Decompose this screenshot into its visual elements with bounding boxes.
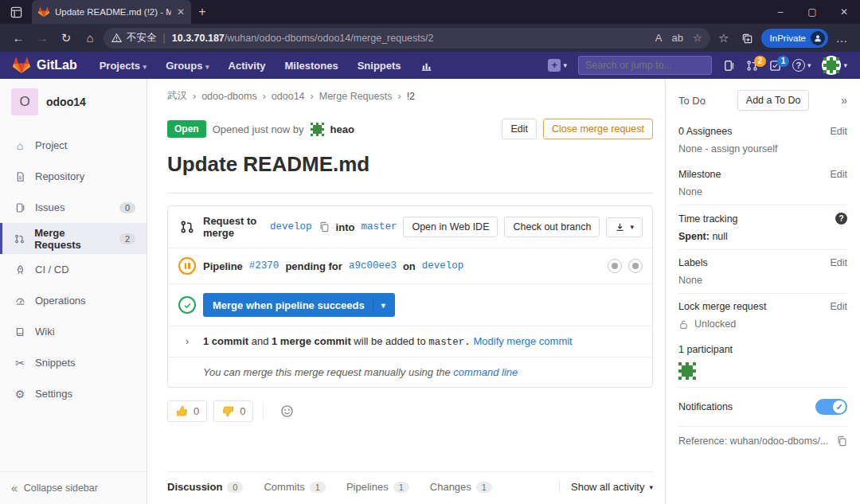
collections-icon[interactable] bbox=[737, 31, 758, 45]
expand-chevron-icon[interactable]: › bbox=[178, 336, 197, 347]
url-bar[interactable]: 不安全 | 10.3.70.187/wuhan/odoo-dboms/odoo1… bbox=[104, 28, 710, 49]
tab-commits[interactable]: Commits 1 bbox=[264, 481, 325, 493]
inprivate-label: InPrivate bbox=[770, 33, 806, 43]
open-web-ide-button[interactable]: Open in Web IDE bbox=[403, 217, 498, 237]
pipeline-pending-icon[interactable] bbox=[178, 257, 196, 275]
modify-merge-commit-link[interactable]: Modify merge commit bbox=[473, 335, 572, 347]
add-emoji-button[interactable] bbox=[273, 401, 301, 421]
author-avatar[interactable] bbox=[311, 123, 324, 136]
thumbs-up-button[interactable]: 0 bbox=[167, 400, 207, 422]
labels-edit-link[interactable]: Edit bbox=[830, 257, 847, 268]
breadcrumb-merge-requests[interactable]: Merge Requests bbox=[319, 91, 393, 102]
pipeline-stage-icon[interactable] bbox=[628, 259, 643, 273]
browser-tab[interactable]: Update README.md (!2) - Merg ✕ bbox=[32, 0, 191, 24]
user-menu[interactable]: ▾ bbox=[822, 56, 847, 75]
collapse-sidebar-button[interactable]: « Collapse sidebar bbox=[0, 471, 147, 504]
search-box[interactable] bbox=[578, 56, 712, 75]
tab-discussion[interactable]: Discussion 0 bbox=[167, 481, 243, 493]
todos-nav-icon[interactable]: 1 bbox=[769, 60, 781, 72]
source-branch[interactable]: develop bbox=[270, 221, 312, 232]
tab-actions-menu-icon[interactable] bbox=[0, 6, 32, 18]
chevron-down-icon: ▾ bbox=[143, 63, 147, 71]
minimize-icon[interactable]: – bbox=[764, 0, 796, 24]
edit-button[interactable]: Edit bbox=[502, 119, 537, 139]
back-icon[interactable]: ← bbox=[8, 31, 29, 45]
sidebar-item-cicd[interactable]: CI / CD bbox=[0, 254, 147, 285]
nav-milestones[interactable]: Milestones bbox=[277, 60, 346, 72]
read-aloud-icon[interactable]: A bbox=[655, 32, 663, 44]
sidebar-item-project[interactable]: ⌂ Project bbox=[0, 130, 147, 161]
pipeline-id-link[interactable]: #2370 bbox=[249, 260, 280, 272]
nav-projects[interactable]: Projects ▾ bbox=[92, 60, 154, 72]
home-icon[interactable]: ⌂ bbox=[80, 31, 100, 45]
target-branch[interactable]: master bbox=[361, 221, 397, 232]
refresh-icon[interactable]: ↻ bbox=[56, 31, 76, 45]
nav-activity[interactable]: Activity bbox=[221, 60, 274, 72]
sidebar-item-operations[interactable]: Operations bbox=[0, 285, 147, 316]
sidebar-item-issues[interactable]: Issues 0 bbox=[0, 192, 147, 223]
collapse-right-sidebar-icon[interactable]: » bbox=[841, 94, 847, 107]
help-icon[interactable]: ? bbox=[835, 213, 847, 225]
sidebar-item-wiki[interactable]: Wiki bbox=[0, 316, 147, 347]
pipeline-stage-icon[interactable] bbox=[608, 259, 622, 273]
pipeline-branch-link[interactable]: develop bbox=[422, 260, 464, 272]
changes-count-badge: 1 bbox=[476, 482, 492, 493]
tab-pipelines[interactable]: Pipelines 1 bbox=[346, 481, 409, 493]
issues-nav-icon[interactable] bbox=[723, 60, 735, 72]
copy-branch-icon[interactable] bbox=[319, 221, 330, 232]
sidebar-item-settings[interactable]: ⚙ Settings bbox=[0, 378, 147, 409]
inprivate-badge[interactable]: InPrivate bbox=[761, 29, 828, 48]
milestone-section: Milestone Edit None bbox=[678, 162, 847, 205]
breadcrumb-group[interactable]: 武汉 bbox=[167, 89, 187, 103]
commit-count: 1 commit bbox=[203, 335, 248, 347]
help-menu[interactable]: ? ▾ bbox=[792, 59, 811, 72]
breadcrumb-subgroup[interactable]: odoo-dboms bbox=[201, 91, 257, 102]
browser-menu-icon[interactable]: … bbox=[831, 31, 852, 45]
lock-edit-link[interactable]: Edit bbox=[830, 301, 847, 312]
gitlab-brand[interactable]: GitLab bbox=[13, 57, 77, 74]
participant-avatar[interactable] bbox=[678, 362, 696, 380]
download-dropdown-button[interactable]: ▾ bbox=[606, 217, 643, 237]
commit-sha-link[interactable]: a9c00ee3 bbox=[349, 260, 397, 272]
new-tab-button[interactable]: + bbox=[191, 5, 213, 19]
new-menu-button[interactable]: + ▾ bbox=[548, 59, 567, 72]
assign-yourself-link[interactable]: assign yourself bbox=[711, 143, 777, 154]
sidebar-item-merge-requests[interactable]: Merge Requests 2 bbox=[0, 223, 147, 254]
sidebar-item-repository[interactable]: Repository bbox=[0, 161, 147, 192]
breadcrumb-project[interactable]: odoo14 bbox=[272, 91, 305, 102]
maximize-icon[interactable]: ▢ bbox=[796, 0, 828, 24]
close-icon[interactable]: ✕ bbox=[828, 0, 860, 24]
author-name[interactable]: heao bbox=[330, 123, 354, 135]
add-favorite-icon[interactable]: ☆ bbox=[693, 32, 702, 44]
nav-groups[interactable]: Groups ▾ bbox=[158, 60, 217, 72]
notifications-toggle[interactable]: ✓ bbox=[815, 399, 847, 415]
milestone-edit-link[interactable]: Edit bbox=[830, 169, 847, 180]
command-line-link[interactable]: command line bbox=[453, 366, 518, 378]
charts-icon[interactable] bbox=[412, 60, 440, 72]
show-all-activity-dropdown[interactable]: Show all activity ▾ bbox=[559, 481, 653, 493]
site-security[interactable]: 不安全 bbox=[111, 31, 157, 45]
tab-changes[interactable]: Changes 1 bbox=[430, 481, 492, 493]
project-header[interactable]: O odoo14 bbox=[0, 79, 147, 123]
nav-snippets[interactable]: Snippets bbox=[350, 60, 409, 72]
assignees-edit-link[interactable]: Edit bbox=[830, 126, 847, 137]
translate-icon[interactable]: ab bbox=[671, 32, 682, 44]
checkout-branch-button[interactable]: Check out branch bbox=[504, 217, 600, 237]
chevron-down-icon: ▾ bbox=[843, 61, 847, 69]
merge-when-pipeline-succeeds-button[interactable]: Merge when pipeline succeeds ▾ bbox=[203, 293, 395, 317]
thumbs-down-icon bbox=[221, 404, 235, 418]
tab-close-icon[interactable]: ✕ bbox=[177, 6, 185, 18]
page-url[interactable]: 10.3.70.187/wuhan/odoo-dboms/odoo14/merg… bbox=[172, 33, 434, 44]
close-merge-request-button[interactable]: Close merge request bbox=[543, 119, 653, 139]
target-branch-name: master. bbox=[428, 337, 471, 348]
copy-reference-icon[interactable] bbox=[836, 436, 847, 447]
opened-text: Opened just now by bbox=[213, 123, 304, 135]
assignees-title: 0 Assignees bbox=[678, 126, 732, 137]
merge-requests-nav-icon[interactable]: 2 bbox=[746, 60, 758, 72]
search-input[interactable] bbox=[585, 60, 713, 71]
forward-icon[interactable]: → bbox=[32, 31, 53, 45]
thumbs-down-button[interactable]: 0 bbox=[213, 400, 253, 422]
sidebar-item-snippets[interactable]: ✂ Snippets bbox=[0, 347, 147, 378]
add-todo-button[interactable]: Add a To Do bbox=[737, 90, 810, 111]
favorites-bar-icon[interactable]: ☆ bbox=[713, 31, 734, 45]
